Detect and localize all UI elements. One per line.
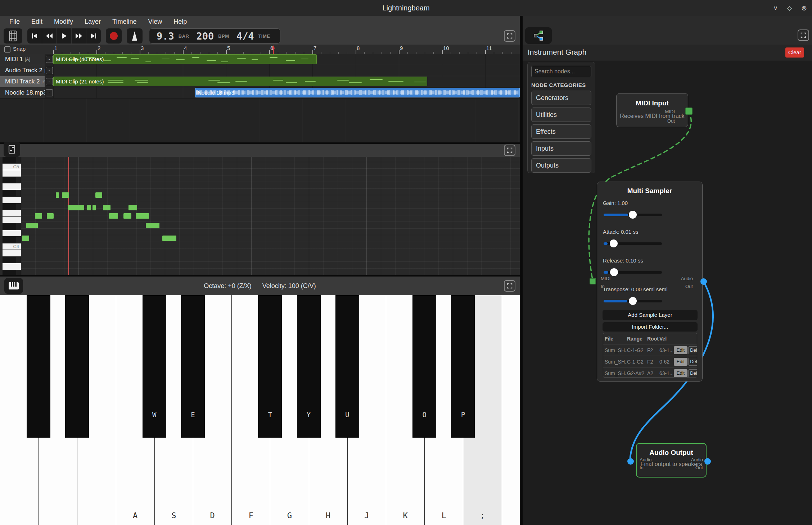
menu-modify[interactable]: Modify — [49, 18, 78, 26]
midi-note[interactable] — [26, 223, 38, 228]
bar-position-value[interactable]: 9.3 — [157, 31, 174, 42]
audio-clip[interactable]: Noodle 18.mp3 — [195, 88, 520, 97]
audio-out-port[interactable] — [700, 278, 707, 285]
midi-note[interactable] — [123, 213, 131, 219]
midi-note[interactable] — [35, 213, 42, 219]
track-collapse-button[interactable]: - — [46, 78, 53, 85]
slider-handle[interactable] — [610, 239, 618, 247]
black-key[interactable] — [27, 295, 50, 438]
slider-handle[interactable] — [610, 268, 618, 276]
clip-lane[interactable] — [53, 65, 520, 76]
media-library-button[interactable] — [4, 28, 22, 44]
track-collapse-button[interactable]: - — [46, 89, 53, 96]
transport-display[interactable]: 9.3 BAR 200 BPM 4/4 TIME — [149, 28, 280, 44]
track-row[interactable]: Noodle 18.mp3[A]-Noodle 18.mp3 — [0, 87, 520, 99]
edit-button[interactable]: Edit — [674, 358, 687, 366]
arrangement-view-button[interactable] — [4, 142, 20, 157]
menu-file[interactable]: File — [4, 18, 25, 26]
midi-note[interactable] — [62, 192, 69, 198]
black-key[interactable]: E — [181, 295, 205, 438]
maximize-icon[interactable]: ◇ — [787, 5, 792, 11]
track-label[interactable]: Noodle 18.mp3[A] — [0, 87, 45, 98]
midi-clip[interactable]: MIDI Clip (40 notes) — [53, 54, 317, 64]
midi-note[interactable] — [47, 213, 54, 219]
slider-handle[interactable] — [629, 297, 637, 305]
track-label[interactable]: Audio Track 2[A] — [0, 65, 45, 76]
keyboard-expand-button[interactable] — [504, 280, 515, 292]
white-key[interactable] — [502, 295, 520, 525]
node-graph-button[interactable] — [525, 27, 552, 44]
timeline-expand-button[interactable] — [504, 30, 515, 42]
close-icon[interactable]: ⊗ — [801, 5, 807, 12]
track-label[interactable]: MIDI 1[A] — [0, 54, 45, 65]
audio-in-port[interactable] — [627, 458, 634, 465]
metronome-button[interactable] — [127, 28, 143, 44]
midi-note[interactable] — [68, 205, 84, 210]
delete-button[interactable]: Del — [688, 369, 697, 377]
search-input[interactable] — [531, 66, 591, 77]
black-key[interactable]: U — [335, 295, 359, 438]
menu-view[interactable]: View — [143, 18, 167, 26]
audio-output-node[interactable]: Audio Output Final output to speakers Au… — [636, 443, 707, 478]
midi-note[interactable] — [128, 205, 137, 210]
category-generators[interactable]: Generators — [531, 91, 591, 105]
track-row[interactable]: Audio Track 2[A]- — [0, 65, 520, 76]
fast-forward-button[interactable] — [72, 28, 86, 44]
menu-help[interactable]: Help — [168, 18, 192, 26]
category-outputs[interactable]: Outputs — [531, 158, 591, 173]
edit-button[interactable]: Edit — [674, 369, 687, 377]
black-key[interactable]: Y — [297, 295, 321, 438]
edit-button[interactable]: Edit — [674, 346, 687, 354]
midi-note[interactable] — [162, 236, 176, 241]
rewind-button[interactable] — [42, 28, 57, 44]
category-utilities[interactable]: Utilities — [531, 108, 591, 122]
bpm-value[interactable]: 200 — [196, 31, 214, 42]
midi-note[interactable] — [95, 192, 102, 198]
track-collapse-button[interactable]: - — [46, 56, 53, 63]
skip-end-button[interactable] — [86, 28, 101, 44]
black-key[interactable]: O — [412, 295, 436, 438]
delete-button[interactable]: Del — [688, 358, 697, 366]
track-row[interactable]: MIDI Track 2[A]-MIDI Clip (21 notes) — [0, 76, 520, 87]
minimize-icon[interactable]: ∨ — [773, 5, 778, 11]
timeline-empty-area[interactable] — [0, 99, 520, 142]
track-row[interactable]: MIDI 1[A]-MIDI Clip (40 notes) — [0, 54, 520, 65]
panel-divider[interactable] — [520, 16, 523, 525]
menu-layer[interactable]: Layer — [80, 18, 106, 26]
midi-note[interactable] — [56, 192, 59, 198]
menu-edit[interactable]: Edit — [26, 18, 48, 26]
param-slider[interactable] — [604, 214, 662, 216]
category-effects[interactable]: Effects — [531, 124, 591, 139]
param-slider[interactable] — [604, 271, 662, 274]
clip-lane[interactable]: MIDI Clip (21 notes) — [53, 76, 520, 87]
graph-expand-button[interactable] — [798, 29, 809, 41]
param-slider[interactable] — [604, 242, 662, 245]
track-label[interactable]: MIDI Track 2[A] — [0, 76, 45, 87]
black-key[interactable]: T — [258, 295, 282, 438]
black-key[interactable]: P — [451, 295, 475, 438]
midi-note[interactable] — [22, 236, 29, 241]
midi-out-port[interactable] — [685, 108, 693, 115]
slider-handle[interactable] — [629, 211, 637, 219]
category-inputs[interactable]: Inputs — [531, 141, 591, 156]
clear-graph-button[interactable]: Clear — [785, 47, 804, 58]
black-key[interactable] — [65, 295, 89, 438]
midi-in-port[interactable] — [590, 278, 596, 284]
midi-note[interactable] — [103, 205, 110, 210]
add-sample-layer-button[interactable]: Add Sample Layer — [603, 310, 698, 320]
midi-note[interactable] — [87, 205, 91, 210]
param-slider[interactable] — [604, 300, 662, 302]
delete-button[interactable]: Del — [688, 346, 697, 354]
clip-lane[interactable]: Noodle 18.mp3 — [53, 87, 520, 98]
record-button[interactable] — [106, 28, 122, 44]
import-folder-button[interactable]: Import Folder... — [603, 322, 698, 332]
midi-note[interactable] — [109, 213, 118, 219]
skip-start-button[interactable] — [27, 28, 42, 44]
multi-sampler-node[interactable]: Multi Sampler Gain: 1.00Attack: 0.01 ssR… — [597, 182, 703, 382]
piano-roll-expand-button[interactable] — [504, 145, 515, 156]
audio-out-port[interactable] — [704, 458, 711, 465]
timeline-ruler[interactable]: Snap 1234567891011 — [0, 45, 520, 54]
black-key[interactable]: W — [143, 295, 166, 438]
midi-note[interactable] — [93, 205, 96, 210]
midi-input-node[interactable]: MIDI Input Receives MIDI from track MIDI… — [616, 93, 688, 127]
